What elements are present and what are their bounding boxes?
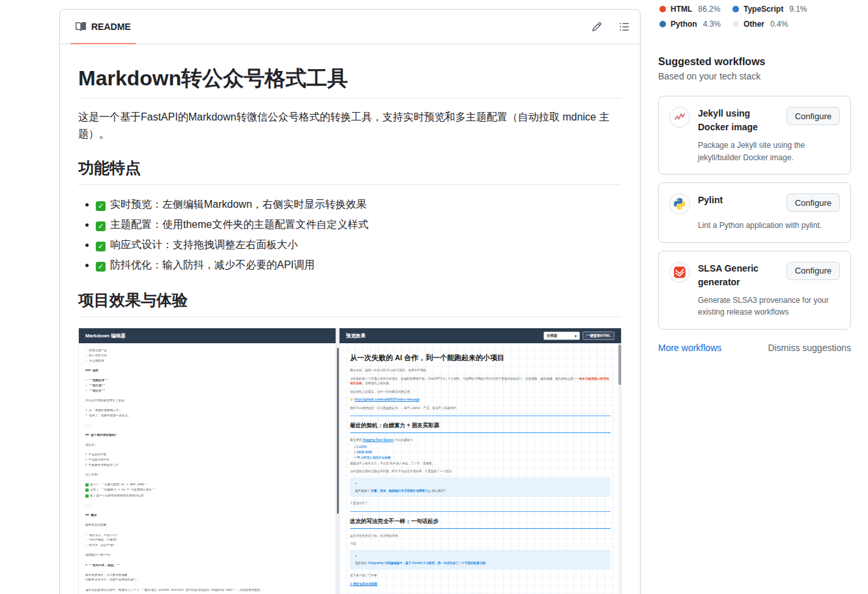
editor-line	[85, 469, 329, 472]
chevron-down-icon: ▾	[575, 334, 577, 338]
workflow-card-jekyll: Jekyll using Docker image Configure Pack…	[658, 96, 851, 175]
language-name: TypeScript	[744, 5, 783, 14]
configure-button[interactable]: Configure	[787, 107, 840, 125]
feature-item: ✓主题配置：使用theme文件夹的主题配置文件自定义样式	[96, 216, 622, 234]
editor-line: ✓证明了 **白嫖算力 + AI = 可复用的小项目**	[85, 488, 329, 492]
theme-select: 全栈蓝▾	[543, 332, 580, 340]
preview-hr	[350, 416, 611, 416]
editor-line: 但它带来:	[85, 474, 329, 477]
editor-line: ✗不能算专业级投资工具	[85, 464, 329, 467]
more-workflows-link[interactable]: More workflows	[658, 343, 721, 353]
editor-line: 这次在搭建项目过程中，顺便学习了一下 **如何通过 GitHub Actions…	[85, 589, 329, 592]
editor-line: - 想一次性写对	[85, 354, 329, 358]
editor-line: 说实话:	[85, 444, 329, 447]
editor-line	[85, 519, 329, 522]
preview-p: 于是就动手了。	[350, 501, 611, 505]
edit-readme-button[interactable]	[592, 21, 602, 32]
preview-p: 接下来只做了三件事:	[350, 573, 611, 578]
configure-button[interactable]: Configure	[787, 193, 840, 212]
screenshot-editor-panel: Markdown 编辑器 - 想做完整产品- 想一次性写对- 什么都想做### …	[79, 328, 336, 594]
theme-select-value: 全栈蓝	[547, 333, 558, 338]
editor-line: > 从「做個彩票赚钱工具」	[85, 409, 329, 412]
demo-heading: 项目效果与体验	[78, 290, 622, 317]
preview-panel-header: 预览效果 全栈蓝▾ 一键复制HTML	[340, 328, 621, 343]
editor-content: - 想做完整产品- 想一次性写对- 什么都想做### 现在- **先跑起来**-…	[79, 343, 336, 594]
outline-button[interactable]	[619, 21, 629, 32]
preview-p: 规格说不上有多大方，不过对 SLA 的人来说，三个字「真够香」。	[350, 461, 611, 466]
preview-scrollbar-thumb	[618, 345, 621, 385]
preview-content: 从一次失败的 AI 合作，到一个能跑起来的小项目两年多前，我第一次尝试和 AI …	[340, 343, 621, 594]
language-dot	[659, 6, 666, 12]
preview-panel-title: 预览效果	[346, 333, 366, 339]
preview-scrollbar	[618, 343, 621, 594]
workflow-card-slsa: SLSA Generic generator Configure Generat…	[658, 251, 851, 330]
editor-line: ---	[85, 424, 329, 427]
editor-line: ✓留了我一个比两年前成熟很多的项目记录	[85, 494, 329, 498]
editor-line: - **先公开**	[85, 389, 329, 393]
editor-line: ### 现在	[85, 369, 329, 373]
language-dot	[659, 21, 666, 27]
readme-header-actions	[592, 21, 629, 32]
features-heading: 功能特点	[78, 158, 622, 185]
editor-line: ## 这个项目有价值吗?	[85, 434, 329, 437]
language-name: Python	[671, 20, 697, 29]
language-dot	[732, 6, 739, 12]
slsa-logo-icon	[669, 262, 690, 283]
copy-html-button: 一键复制HTML	[583, 332, 615, 340]
editor-line	[85, 584, 329, 586]
editor-line: - 想太多，迟迟不做?	[85, 544, 329, 547]
preview-p: 结论很扎心但真实，当作一次失败尝试的记录:	[350, 389, 611, 394]
language-item-typescript[interactable]: TypeScript 9.1%	[732, 5, 851, 14]
editor-line	[85, 529, 329, 531]
preview-plink: 👉 https://github.com/koala9527/lottery-m…	[350, 397, 611, 402]
language-percent: 4.3%	[703, 20, 721, 29]
language-name: Other	[744, 20, 764, 29]
workflow-description: Package a Jekyll site using the jekyll/b…	[698, 139, 840, 163]
editor-line: 两年前的项目，今天看依然稚嫩，	[85, 574, 329, 577]
tab-readme[interactable]: README	[70, 10, 136, 44]
feature-text: 主题配置：使用theme文件夹的主题配置文件自定义样式	[110, 219, 368, 230]
preview-li: 2 vCPU	[354, 446, 611, 449]
preview-li: 48 小时无人访问才会休眠	[354, 456, 611, 459]
jekyll-logo-icon	[669, 107, 690, 128]
preview-p: 当时我有位朋友定期会买彩票，经常手动去查开奖结果，于是我有了一个想法:	[350, 469, 611, 474]
language-item-other[interactable]: Other 0.4%	[732, 20, 851, 29]
tab-readme-label: README	[91, 21, 131, 32]
check-icon: ✓	[96, 201, 106, 211]
editor-line	[85, 549, 329, 552]
screenshot-preview-panel: 预览效果 全栈蓝▾ 一键复制HTML 从一次失败的 AI 合作，到一个能跑起来的…	[340, 328, 621, 594]
editor-line: - 什么都想做	[85, 360, 329, 363]
language-item-python[interactable]: Python 4.3%	[659, 20, 732, 29]
editor-line: 如果你也在犹豫:	[85, 524, 329, 527]
editor-line: - 项目太小，不值一写?	[85, 534, 329, 537]
preview-p: 这次没有先画设计稿，也没列技术栈。	[350, 533, 611, 538]
workflow-links-row: More workflows Dismiss suggestions	[658, 343, 851, 353]
language-name: HTML	[671, 5, 692, 14]
editor-line	[85, 449, 329, 451]
editor-line: > **先写出来，再说。**	[85, 564, 329, 567]
workflow-card-pylint: Pylint Configure Lint a Python applicati…	[658, 182, 851, 243]
pencil-icon	[592, 21, 602, 32]
editor-line: - **先跑起来**	[85, 379, 329, 382]
editor-scrollbar-thumb	[337, 348, 339, 514]
python-logo-icon	[669, 193, 690, 214]
feature-text: 实时预览：左侧编辑Markdown，右侧实时显示转换效果	[110, 199, 367, 210]
editor-line: 但如果当年没写，也就不会有现在这个。	[85, 578, 329, 582]
demo-screenshot-image[interactable]: Markdown 编辑器 - 想做完整产品- 想一次性写对- 什么都想做### …	[78, 328, 622, 594]
workflow-description: Generate SLSA3 provenance for your exist…	[698, 294, 840, 318]
editor-line: ## 最后	[85, 514, 329, 517]
language-item-html[interactable]: HTML 86.2%	[659, 5, 732, 14]
dismiss-suggestions-link[interactable]: Dismiss suggestions	[768, 343, 851, 353]
feature-item: ✓实时预览：左侧编辑Markdown，右侧实时显示转换效果	[96, 195, 622, 214]
workflow-title: Jekyll using Docker image	[698, 107, 776, 134]
languages-legend: HTML 86.2% TypeScript 9.1% Python 4.3% O…	[658, 0, 851, 29]
configure-button[interactable]: Configure	[787, 262, 840, 280]
editor-line	[85, 365, 329, 367]
feature-text: 防抖优化：输入防抖，减少不必要的API调用	[110, 259, 315, 270]
readme-card-header: README	[60, 10, 640, 44]
editor-line	[85, 500, 329, 502]
suggested-workflows-title: Suggested workflows	[658, 56, 851, 68]
preview-quote: 能不能做个 轻量、简单、能跑就行并且部署在免费算力上 的小项目?	[350, 477, 611, 497]
editor-line	[85, 479, 329, 481]
editor-line	[85, 419, 329, 422]
